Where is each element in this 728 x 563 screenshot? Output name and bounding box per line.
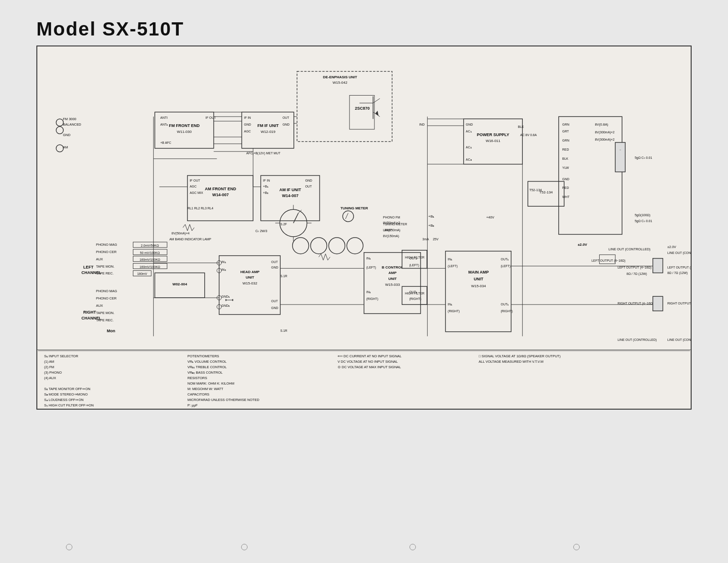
svg-text:+B₁: +B₁	[428, 214, 434, 218]
legend-item: RESISTORS	[187, 375, 259, 381]
svg-text:+40V: +40V	[486, 215, 495, 219]
svg-text:LINE OUT (CONTROLLED): LINE OUT (CONTROLLED)	[617, 338, 657, 342]
svg-point-2	[56, 145, 63, 152]
svg-text:S.1R: S.1R	[280, 274, 287, 278]
svg-text:LEFT OUTPUT (4~16Ω): LEFT OUTPUT (4~16Ω)	[592, 259, 626, 263]
svg-rect-101	[599, 255, 615, 264]
svg-text:FM IF UNIT: FM IF UNIT	[258, 123, 279, 128]
svg-text:BLK: BLK	[562, 157, 569, 160]
svg-text:RED: RED	[562, 186, 569, 189]
svg-text:AMP: AMP	[389, 271, 397, 275]
legend-col1: S₁ INPUT SELECTOR (1) AM (2) FM (3) PHON…	[44, 354, 94, 410]
svg-point-132	[293, 238, 309, 254]
svg-text:GND: GND	[305, 179, 312, 182]
svg-text:S.1R: S.1R	[280, 329, 287, 332]
svg-text:UNIT: UNIT	[246, 275, 254, 279]
svg-text:160mV/100KΩ: 160mV/100KΩ	[140, 258, 160, 261]
svg-text:T52-134: T52-134	[529, 188, 542, 192]
svg-point-69	[217, 269, 222, 273]
svg-rect-54	[155, 273, 204, 298]
svg-text:(LEFT): (LEFT)	[410, 264, 420, 267]
svg-text:IF IN: IF IN	[263, 179, 270, 182]
svg-text:GND: GND	[63, 133, 71, 137]
svg-text:8Ω / 7Ω (12W): 8Ω / 7Ω (12W)	[667, 271, 688, 275]
svg-text:CHANNEL: CHANNEL	[81, 270, 101, 275]
svg-text:OUT₁: OUT₁	[500, 258, 509, 261]
svg-text:HEAD AMP: HEAD AMP	[240, 270, 260, 274]
svg-text:AGC: AGC	[190, 185, 197, 188]
svg-text:~: ~	[619, 148, 621, 151]
svg-text:GND₂: GND₂	[222, 304, 230, 307]
svg-text:IN₁: IN₁	[448, 303, 452, 306]
svg-text:LINE OUT (CONTROLLED): LINE OUT (CONTROLLED)	[608, 247, 651, 251]
svg-text:AC 8V 0.8A: AC 8V 0.8A	[520, 133, 537, 137]
legend-col3: ⟸ DC CURRENT AT NO INPUT SIGNAL V DC VOL…	[338, 354, 401, 370]
svg-point-68	[217, 261, 222, 265]
svg-text:IN₁: IN₁	[222, 260, 226, 264]
legend-item: S₂ TAPE MONITOR OFF⇒ON	[44, 386, 94, 392]
legend-item: NOM MARK: OHM K: KILOHM	[187, 381, 259, 386]
svg-text:W15-033: W15-033	[385, 283, 400, 287]
legend-col4: □ SIGNAL VOLTAGE AT 1Ω/8Ω (SPEAKER OUTPU…	[479, 354, 561, 365]
legend-item	[44, 381, 94, 386]
svg-text:T52-134: T52-134	[539, 190, 553, 194]
svg-text:PHONO CER: PHONO CER	[96, 296, 117, 300]
legend-item: (3) PHONO	[44, 370, 94, 375]
svg-line-130	[298, 210, 302, 213]
svg-text:(LEFT): (LEFT)	[500, 264, 511, 268]
svg-rect-123	[402, 286, 427, 304]
svg-text:AM BAND INDICATOR LAMP: AM BAND INDICATOR LAMP	[169, 238, 211, 241]
punch-mark-4	[573, 544, 580, 550]
svg-rect-28	[464, 119, 522, 164]
svg-point-133	[311, 238, 327, 254]
svg-text:FM FRONT END: FM FRONT END	[169, 123, 200, 128]
svg-text:(RIGHT): (RIGHT)	[500, 309, 512, 313]
svg-rect-3	[155, 112, 213, 148]
svg-text:AGC: AGC	[244, 130, 251, 133]
svg-text:IN₂: IN₂	[222, 268, 226, 271]
svg-text:±2.0V: ±2.0V	[578, 243, 587, 247]
svg-rect-10	[242, 112, 293, 148]
svg-text:W16-011: W16-011	[485, 139, 500, 143]
svg-point-0	[56, 119, 63, 126]
svg-text:TAPE REC.: TAPE REC.	[96, 318, 114, 322]
svg-text:C₀ 2W/3: C₀ 2W/3	[255, 229, 267, 233]
svg-line-26	[373, 112, 380, 117]
svg-line-25	[373, 98, 380, 103]
svg-text:2SC870: 2SC870	[355, 106, 369, 111]
svg-rect-56	[219, 256, 280, 314]
model-title: Model SX-510T	[36, 18, 184, 40]
page: Model SX-510T FM FRONT END W11-030 ANTI …	[0, 0, 728, 563]
svg-text:±2.0V: ±2.0V	[667, 245, 676, 249]
svg-text:POWER SUPPLY: POWER SUPPLY	[477, 132, 509, 137]
svg-text:IF OUT: IF OUT	[190, 179, 201, 182]
svg-text:AC₃: AC₃	[466, 158, 472, 161]
svg-text:GRN: GRN	[562, 123, 569, 126]
svg-text:WHT: WHT	[562, 195, 570, 198]
legend-item: ⊙ DC VOLTAGE AT MAX INPUT SIGNAL	[338, 365, 401, 370]
svg-text:PHONO MAG: PHONO MAG	[96, 243, 117, 247]
svg-text:W12-019: W12-019	[261, 130, 276, 134]
svg-text:TAPE REC.: TAPE REC.	[96, 271, 114, 275]
legend-item: (2) FM	[44, 365, 94, 370]
svg-rect-201	[133, 271, 152, 276]
svg-text:8V(300mA)×2: 8V(300mA)×2	[595, 131, 614, 134]
svg-text:LEFT OUTPUT (4~16Ω): LEFT OUTPUT (4~16Ω)	[667, 266, 691, 269]
svg-text:LEFT: LEFT	[83, 265, 94, 269]
legend-item: MICROFARAD UNLESS OTHERWISE NOTED	[187, 397, 259, 403]
svg-text:OUT: OUT	[283, 116, 289, 119]
legend-item: M: MEGOHM W: WATT	[187, 386, 259, 392]
svg-text:IF OUT: IF OUT	[206, 116, 217, 119]
svg-text:(LEFT): (LEFT)	[366, 266, 376, 269]
legend-item: CAPACITORS	[187, 392, 259, 397]
legend-col2: POTENTIOMETERS VR₁ VOLUME CONTROL VR₂₀ T…	[187, 354, 259, 408]
legend-item: POTENTIOMETERS	[187, 354, 259, 359]
svg-text:HIGH FILTER: HIGH FILTER	[405, 292, 425, 295]
svg-point-52	[343, 211, 354, 222]
svg-text:RIGHT OUTPUT (4~16Ω): RIGHT OUTPUT (4~16Ω)	[617, 302, 653, 305]
svg-text:RED: RED	[562, 148, 569, 151]
legend-item: S₃ MODE STEREO⇒MONO	[44, 392, 94, 397]
svg-rect-193	[133, 242, 167, 248]
svg-text:GND₁: GND₁	[222, 295, 230, 298]
svg-text:8V(0.8A): 8V(0.8A)	[595, 122, 608, 127]
